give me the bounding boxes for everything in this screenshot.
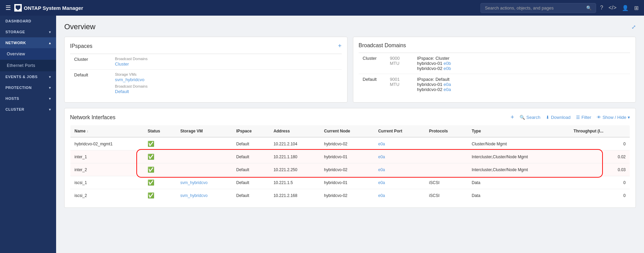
table-header-row: Name ↕ Status Storage VM IPspace Address… <box>70 125 630 138</box>
download-button[interactable]: ⬇ Download <box>546 115 571 120</box>
cell-address: 10.221.1.5 <box>269 176 320 189</box>
bd-details-default: IPspace: Default hybridcvo-01 e0a hybrid… <box>413 74 630 95</box>
top-nav: ☰ ONTAP System Manager 🔍 ? </> 👤 ⊞ <box>0 0 644 16</box>
code-icon[interactable]: </> <box>609 5 616 11</box>
port-link[interactable]: e0a <box>378 193 385 198</box>
broadcast-domain-row-cluster: Cluster 9000 MTU IPspace: Cluster hybrid… <box>359 53 630 74</box>
sidebar-item-overview[interactable]: Overview <box>0 48 56 60</box>
cell-storage-vm <box>176 163 232 176</box>
cell-current-port: e0a <box>374 189 425 202</box>
status-ok-icon: ✅ <box>148 180 154 185</box>
col-current-node[interactable]: Current Node <box>320 125 374 138</box>
sidebar-item-dashboard[interactable]: DASHBOARD <box>0 16 56 26</box>
global-search[interactable]: 🔍 <box>480 3 596 13</box>
cell-protocols: iSCSI <box>425 176 468 189</box>
sidebar-item-network[interactable]: NETWORK ▴ <box>0 37 56 48</box>
cell-current-port: e0a <box>374 150 425 163</box>
cell-name: iscsi_2 <box>70 189 144 202</box>
search-button[interactable]: 🔍 Search <box>520 115 540 120</box>
table-row: iscsi_1 ✅ svm_hybridcvo Default 10.221.1… <box>70 176 630 189</box>
port-link[interactable]: e0a <box>378 155 385 159</box>
sidebar-item-cluster[interactable]: CLUSTER ▾ <box>0 104 56 115</box>
table-row: inter_1 ✅ Default 10.221.1.180 hybridcvo… <box>70 150 630 163</box>
bd-default-node-link-02-e0a[interactable]: e0a <box>444 87 451 92</box>
port-link[interactable]: e0a <box>378 142 385 146</box>
col-status[interactable]: Status <box>143 125 176 138</box>
sidebar-item-ethernet-ports[interactable]: Ethernet Ports <box>0 60 56 71</box>
network-interfaces-table: Name ↕ Status Storage VM IPspace Address… <box>70 125 630 202</box>
col-storage-vm[interactable]: Storage VM <box>176 125 232 138</box>
broadcast-domains-card: Broadcast Domains Cluster 9000 MTU IPspa… <box>353 37 636 103</box>
cell-throughput: 0 <box>570 137 630 150</box>
cell-current-node: hybridcvo-01 <box>320 176 374 189</box>
cell-address: 10.221.1.180 <box>269 150 320 163</box>
cell-address: 10.221.2.168 <box>269 189 320 202</box>
table-wrapper: Name ↕ Status Storage VM IPspace Address… <box>70 125 630 202</box>
ipspaces-table: Cluster Broadcast Domains Cluster Defaul… <box>70 54 342 97</box>
search-icon: 🔍 <box>586 5 592 11</box>
app-logo: ONTAP System Manager <box>14 4 83 12</box>
col-name[interactable]: Name ↕ <box>70 125 144 138</box>
sidebar-item-storage[interactable]: STORAGE ▾ <box>0 26 56 37</box>
bd-name-cluster: Cluster <box>359 53 386 74</box>
port-link[interactable]: e0a <box>378 180 385 185</box>
network-interfaces-section: Network Interfaces + 🔍 Search ⬇ Download… <box>64 108 636 208</box>
user-icon[interactable]: 👤 <box>622 5 629 11</box>
sidebar-item-hosts[interactable]: HOSTS ▾ <box>0 93 56 104</box>
search-input[interactable] <box>485 5 583 11</box>
col-throughput[interactable]: Throughput (I... <box>570 125 630 138</box>
col-protocols[interactable]: Protocols <box>425 125 468 138</box>
sidebar-item-protection[interactable]: PROTECTION ▾ <box>0 82 56 93</box>
cell-storage-vm <box>176 150 232 163</box>
bd-details-cluster: IPspace: Cluster hybridcvo-01 e0b hybrid… <box>413 53 630 74</box>
status-ok-icon: ✅ <box>148 167 154 173</box>
sidebar-item-events-jobs[interactable]: EVENTS & JOBS ▾ <box>0 71 56 82</box>
table-row: hybridcvo-02_mgmt1 ✅ Default 10.221.2.10… <box>70 137 630 150</box>
cell-status: ✅ <box>143 150 176 163</box>
status-ok-icon: ✅ <box>148 154 154 160</box>
hamburger-menu[interactable]: ☰ <box>5 4 11 12</box>
add-interface-button[interactable]: + <box>510 114 514 121</box>
expand-icon[interactable]: ⤢ <box>631 24 636 30</box>
cell-throughput: 0.02 <box>570 150 630 163</box>
bd-default-node-link-01-e0a[interactable]: e0a <box>444 82 451 87</box>
storage-vm-link[interactable]: svm_hybridcvo <box>115 77 145 82</box>
cell-status: ✅ <box>143 176 176 189</box>
chevron-down-icon: ▾ <box>49 30 51 34</box>
show-hide-button[interactable]: 👁 Show / Hide ▾ <box>597 115 630 120</box>
bd-node-link-01-e0b[interactable]: e0b <box>444 61 451 66</box>
port-link[interactable]: e0a <box>378 167 385 172</box>
add-ipspace-button[interactable]: + <box>338 42 342 50</box>
network-interfaces-title: Network Interfaces <box>70 114 115 121</box>
cell-type: Data <box>468 176 569 189</box>
cell-current-node: hybridcvo-02 <box>320 137 374 150</box>
broadcast-domains-card-title: Broadcast Domains <box>359 42 630 49</box>
grid-icon[interactable]: ⊞ <box>634 5 639 11</box>
col-current-port[interactable]: Current Port <box>374 125 425 138</box>
col-type[interactable]: Type <box>468 125 569 138</box>
ipspace-name-default: Default <box>70 70 111 97</box>
cell-current-node: hybridcvo-02 <box>320 163 374 176</box>
cell-address: 10.221.2.104 <box>269 137 320 150</box>
cell-protocols: iSCSI <box>425 189 468 202</box>
cell-type: Intercluster,Cluster/Node Mgmt <box>468 150 569 163</box>
cell-storage-vm: svm_hybridcvo <box>176 189 232 202</box>
broadcast-domain-link-cluster[interactable]: Cluster <box>115 61 129 67</box>
bd-name-default: Default <box>359 74 386 95</box>
filter-button[interactable]: ☰ Filter <box>576 115 591 120</box>
col-ipspace[interactable]: IPspace <box>232 125 270 138</box>
status-ok-icon: ✅ <box>148 141 154 147</box>
broadcast-domains-table: Cluster 9000 MTU IPspace: Cluster hybrid… <box>359 53 630 95</box>
storage-vm-row-link[interactable]: svm_hybridcvo <box>180 193 207 198</box>
bd-node-link-02-e0b[interactable]: e0b <box>444 66 451 71</box>
ipspace-name-cluster: Cluster <box>70 54 111 70</box>
col-address[interactable]: Address <box>269 125 320 138</box>
chevron-down-icon: ▾ <box>49 86 51 90</box>
cell-current-port: e0a <box>374 176 425 189</box>
storage-vm-row-link[interactable]: svm_hybridcvo <box>180 180 207 185</box>
broadcast-domain-link-default[interactable]: Default <box>115 89 129 94</box>
cell-status: ✅ <box>143 163 176 176</box>
cell-current-port: e0a <box>374 163 425 176</box>
broadcast-domain-row-default: Default 9001 MTU IPspace: Default hybrid… <box>359 74 630 95</box>
help-icon[interactable]: ? <box>600 5 603 11</box>
